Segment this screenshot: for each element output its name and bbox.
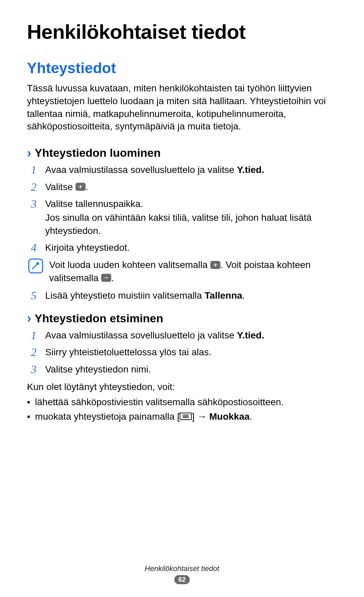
plus-icon: + [210,261,220,269]
note-text: Voit luoda uuden kohteen valitsemalla [49,260,210,270]
bullet-text: muokata yhteystietoja painamalla [ [35,411,180,422]
subsection-heading-text: Yhteystiedon etsiminen [35,312,163,325]
bullet-dot: • [27,395,30,409]
step-number: 5 [28,289,39,302]
step-body: Valitse yhteystiedon nimi. [45,363,337,376]
step-number: 1 [28,329,39,342]
step-text: Avaa valmiustilassa sovellusluettelo ja … [45,165,237,175]
bullet-item: • lähettää sähköpostiviestin valitsemall… [27,395,337,409]
step-number: 3 [28,363,39,376]
subsection-find: › Yhteystiedon etsiminen 1 Avaa valmiust… [27,312,337,423]
bullet-list: • lähettää sähköpostiviestin valitsemall… [27,395,337,423]
step: 1 Avaa valmiustilassa sovellusluettelo j… [27,163,337,177]
step-text: Lisää yhteystieto muistiin valitsemalla [45,290,205,301]
steps-list: 1 Avaa valmiustilassa sovellusluettelo j… [27,163,337,302]
step-body: Valitse tallennuspaikka. Jos sinulla on … [45,198,337,237]
step-number: 2 [28,181,39,194]
step-text-secondary: Jos sinulla on vähintään kaksi tiliä, va… [45,211,337,237]
step-bold: Y.tied. [237,330,264,340]
step-body: Avaa valmiustilassa sovellusluettelo ja … [45,163,337,177]
plus-icon: + [75,183,86,191]
minus-icon: − [101,274,111,282]
steps-list: 1 Avaa valmiustilassa sovellusluettelo j… [27,329,337,376]
after-list: Kun olet löytänyt yhteystiedon, voit: • … [27,380,337,423]
page: Henkilökohtaiset tiedot Yhteystiedot Täs… [0,0,364,597]
subsection-heading: › Yhteystiedon etsiminen [27,312,337,325]
note-body: Voit luoda uuden kohteen valitsemalla +.… [49,259,337,285]
footer: Henkilökohtaiset tiedot 62 [0,564,364,584]
step-text: Valitse tallennuspaikka. [45,199,143,209]
step-number: 3 [28,198,39,237]
bullet-text: ] → [192,411,209,422]
step-text: Avaa valmiustilassa sovellusluettelo ja … [45,330,237,340]
subsection-heading: › Yhteystiedon luominen [27,146,337,159]
step-body: Siirry yhteistietoluettelossa ylös tai a… [45,346,337,359]
subsection-create: › Yhteystiedon luominen 1 Avaa valmiusti… [27,146,337,302]
step-bold: Tallenna [205,290,242,301]
page-number: 62 [174,575,190,584]
bullet-text: . [250,411,252,422]
step-text: . [86,182,88,192]
step-number: 4 [28,241,39,255]
step-number: 1 [28,163,39,177]
after-intro: Kun olet löytänyt yhteystiedon, voit: [27,380,337,393]
page-title: Henkilökohtaiset tiedot [27,20,337,43]
chevron-right-icon: › [27,312,31,325]
note-text: . [111,273,114,283]
step: 1 Avaa valmiustilassa sovellusluettelo j… [27,329,337,342]
section-heading: Yhteystiedot [27,60,337,77]
subsection-heading-text: Yhteystiedon luominen [35,146,161,159]
step-text: Valitse [45,182,75,192]
menu-icon [180,413,192,420]
chevron-right-icon: › [27,147,31,159]
bullet-text: lähettää sähköpostiviestin valitsemalla … [35,395,337,409]
step-body: Avaa valmiustilassa sovellusluettelo ja … [45,329,337,342]
note-icon [28,259,43,273]
footer-title: Henkilökohtaiset tiedot [0,564,364,573]
step: 3 Valitse tallennuspaikka. Jos sinulla o… [27,198,337,237]
step: 4 Kirjoita yhteystiedot. [27,241,337,255]
bullet-item: • muokata yhteystietoja painamalla [] → … [27,410,337,423]
bullet-dot: • [27,410,30,423]
step-body: Lisää yhteystieto muistiin valitsemalla … [45,289,337,302]
bullet-bold: Muokkaa [209,411,250,422]
step-body: Kirjoita yhteystiedot. [45,241,337,255]
step-body: Valitse +. [45,181,337,194]
step-bold: Y.tied. [237,165,264,175]
bullet-body: muokata yhteystietoja painamalla [] → Mu… [35,410,337,423]
step: 2 Siirry yhteistietoluettelossa ylös tai… [27,346,337,359]
step-number: 2 [28,346,39,359]
step: 2 Valitse +. [27,181,337,194]
step: 5 Lisää yhteystieto muistiin valitsemall… [27,289,337,302]
note: Voit luoda uuden kohteen valitsemalla +.… [27,259,337,285]
section-intro: Tässä luvussa kuvataan, miten henkilökoh… [27,82,337,133]
step: 3 Valitse yhteystiedon nimi. [27,363,337,376]
step-text: . [242,290,245,301]
